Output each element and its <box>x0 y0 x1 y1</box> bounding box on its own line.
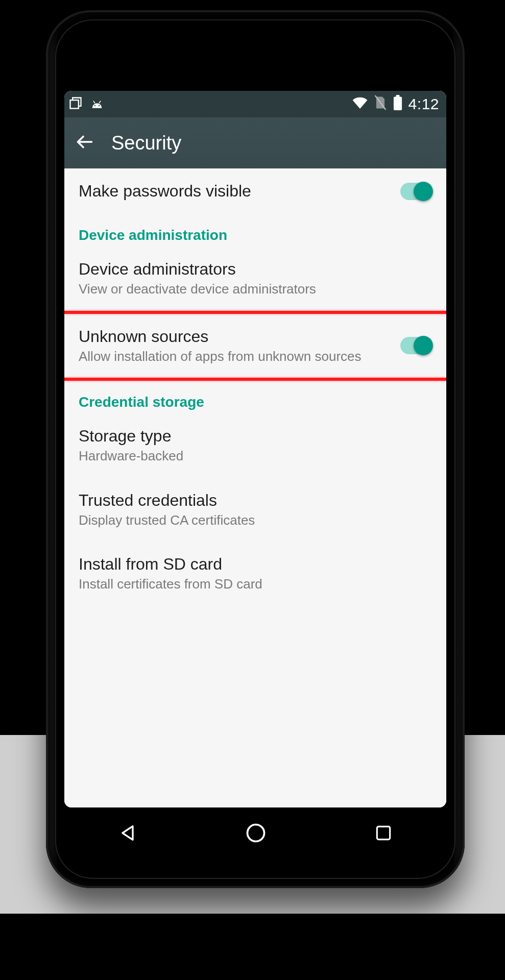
section-credential-storage: Credential storage <box>64 381 446 413</box>
battery-icon <box>393 95 402 114</box>
svg-point-1 <box>94 105 95 106</box>
app-bar: Security <box>64 117 446 168</box>
svg-line-3 <box>93 101 95 103</box>
row-unknown-sources[interactable]: Unknown sources Allow installation of ap… <box>64 314 446 378</box>
row-subtitle: Display trusted CA certificates <box>79 512 432 529</box>
row-title: Make passwords visible <box>79 182 390 201</box>
svg-point-2 <box>99 105 100 106</box>
row-subtitle: Install certificates from SD card <box>79 576 432 593</box>
row-make-passwords-visible[interactable]: Make passwords visible <box>64 168 446 214</box>
nav-recents-button[interactable] <box>374 823 393 843</box>
row-subtitle: Allow installation of apps from unknown … <box>79 348 390 365</box>
row-title: Device administrators <box>79 260 432 279</box>
row-title: Unknown sources <box>79 327 390 346</box>
svg-rect-7 <box>396 95 399 97</box>
toggle-passwords-visible[interactable] <box>400 183 432 200</box>
svg-point-9 <box>247 825 264 842</box>
svg-rect-0 <box>70 100 79 108</box>
back-button[interactable] <box>76 133 94 153</box>
settings-list[interactable]: Make passwords visible Device administra… <box>64 168 446 807</box>
row-title: Install from SD card <box>79 555 432 574</box>
no-sim-icon <box>374 95 387 114</box>
toggle-unknown-sources[interactable] <box>400 337 432 354</box>
row-subtitle: View or deactivate device administrators <box>79 281 432 298</box>
svg-rect-10 <box>377 826 390 839</box>
svg-line-4 <box>99 101 101 103</box>
wifi-icon <box>352 96 368 112</box>
navigation-bar <box>64 807 446 859</box>
nav-back-button[interactable] <box>117 823 138 843</box>
row-device-administrators[interactable]: Device administrators View or deactivate… <box>64 247 446 311</box>
page-title: Security <box>111 132 181 154</box>
status-time: 4:12 <box>408 95 439 113</box>
row-title: Storage type <box>79 427 432 446</box>
screen: 4:12 Security Make passwords visible <box>64 91 446 807</box>
section-device-administration: Device administration <box>64 214 446 247</box>
row-subtitle: Hardware-backed <box>79 448 432 464</box>
screenshot-icon <box>68 96 83 112</box>
status-bar: 4:12 <box>64 91 446 117</box>
phone-frame: 4:12 Security Make passwords visible <box>46 10 465 888</box>
nav-home-button[interactable] <box>245 822 267 844</box>
row-storage-type[interactable]: Storage type Hardware-backed <box>64 413 446 478</box>
svg-rect-6 <box>394 96 402 110</box>
row-install-from-sd[interactable]: Install from SD card Install certificate… <box>64 542 446 606</box>
row-trusted-credentials[interactable]: Trusted credentials Display trusted CA c… <box>64 478 446 542</box>
android-icon <box>90 99 104 110</box>
row-title: Trusted credentials <box>79 491 432 510</box>
